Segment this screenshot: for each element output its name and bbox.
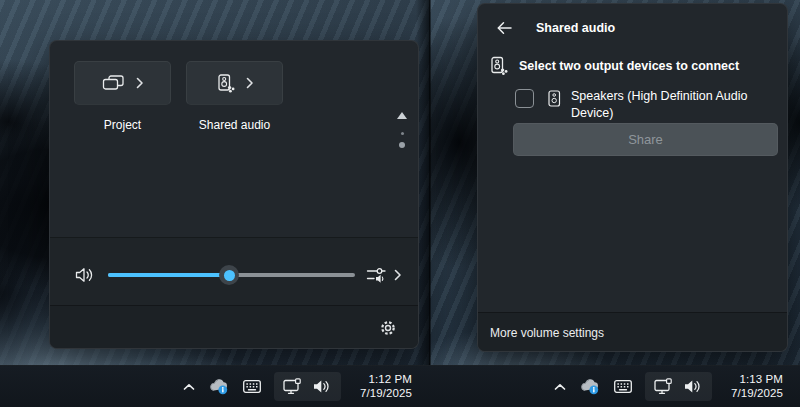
clock-time: 1:13 PM [739,373,783,387]
network-ethernet-icon [654,378,673,395]
speaker-tray-icon [684,379,703,394]
settings-gear-icon[interactable] [379,319,397,337]
tray-chevron-up-icon[interactable] [554,383,566,391]
tile-project-wrap: Project [74,61,171,132]
network-volume-tray-button[interactable] [274,372,341,401]
volume-row [74,264,402,286]
volume-slider[interactable] [108,264,355,286]
volume-section [50,237,418,305]
desktop: Project Shared audio [0,0,800,407]
page-dot-icon [401,132,404,135]
shared-audio-icon [216,74,235,93]
network-ethernet-icon [283,378,302,395]
volume-slider-fill [108,273,229,277]
tile-shared-audio-wrap: Shared audio [186,61,283,132]
quick-settings-footer [50,305,418,349]
shared-audio-header: Shared audio [496,20,615,36]
system-tray: 1:12 PM 7/19/2025 [183,372,412,401]
tiles-page-indicator [396,112,408,148]
clock-time: 1:12 PM [368,373,412,387]
quick-settings-panel: Project Shared audio [49,40,419,349]
back-arrow-icon[interactable] [496,20,513,36]
network-volume-tray-button[interactable] [645,372,712,401]
system-tray: 1:13 PM 7/19/2025 [554,372,783,401]
volume-slider-thumb[interactable] [219,265,239,285]
touch-keyboard-icon[interactable] [243,380,261,393]
taskbar-clock[interactable]: 1:12 PM 7/19/2025 [360,373,412,400]
clock-date: 7/19/2025 [360,387,412,401]
device-checkbox[interactable] [515,89,534,108]
panel-title: Shared audio [536,21,615,35]
page-dot-icon [399,142,405,148]
shared-audio-panel: Shared audio Select two output devices t… [477,3,788,352]
shared-audio-footer: More volume settings [478,312,787,352]
chevron-right-icon [136,77,144,89]
instruction-text: Select two output devices to connect [519,56,739,73]
project-tile-label: Project [104,118,141,132]
quick-settings-tiles: Project Shared audio [74,61,283,132]
touch-keyboard-icon[interactable] [614,380,632,393]
shared-audio-tile-label: Shared audio [199,118,270,132]
onedrive-cloud-icon[interactable] [579,378,601,395]
chevron-right-icon [394,269,402,281]
project-icon [102,75,125,92]
shared-audio-tile-button[interactable] [186,61,283,105]
speaker-volume-icon[interactable] [74,265,95,285]
share-button[interactable]: Share [513,123,778,156]
chevron-right-icon [246,77,254,89]
taskbar-right: 1:13 PM 7/19/2025 [430,365,800,407]
instruction-row: Select two output devices to connect [489,56,739,76]
more-volume-settings-link[interactable]: More volume settings [490,326,604,340]
device-label: Speakers (High Definition Audio Device) [571,88,777,122]
clock-date: 7/19/2025 [731,387,783,401]
volume-slider-thumb-dot [224,270,235,281]
screenshot-seam [429,0,431,407]
speaker-tray-icon [313,379,332,394]
tray-chevron-up-icon[interactable] [183,383,195,391]
taskbar-left: 1:12 PM 7/19/2025 [0,365,430,407]
scroll-up-arrow-icon[interactable] [397,112,407,119]
select-sound-output-button[interactable] [366,265,402,285]
speaker-device-icon [548,90,561,107]
audio-mixer-icon [366,265,387,285]
project-tile-button[interactable] [74,61,171,105]
taskbar-clock[interactable]: 1:13 PM 7/19/2025 [731,373,783,400]
shared-audio-icon [489,56,508,76]
device-row[interactable]: Speakers (High Definition Audio Device) [515,88,777,122]
onedrive-cloud-icon[interactable] [208,378,230,395]
